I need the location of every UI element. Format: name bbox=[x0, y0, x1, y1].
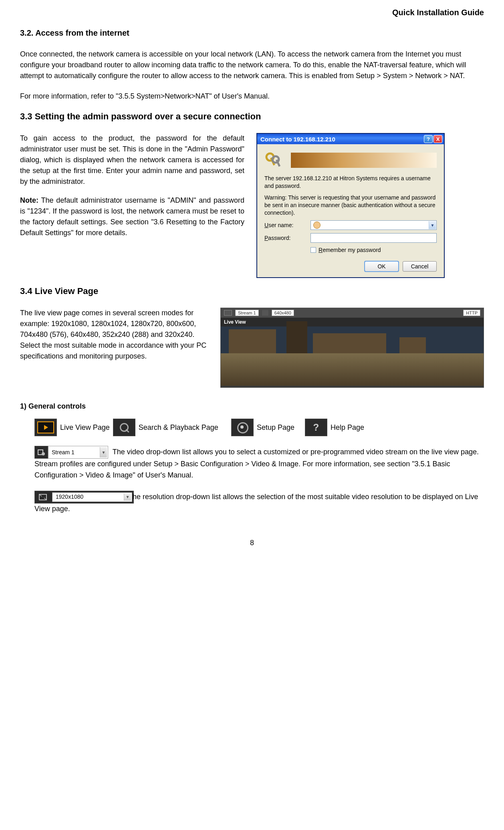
heading-3-4: 3.4 Live View Page bbox=[20, 286, 484, 296]
user-icon bbox=[313, 222, 321, 229]
dialog-server-text: The server 192.168.12.210 at Hitron Syst… bbox=[264, 175, 437, 190]
liveview-page-label: Live View Page bbox=[60, 423, 110, 432]
resolution-dropdown[interactable]: 1920x1080 ▼ bbox=[52, 492, 132, 502]
connect-dialog: Connect to 192.168.12.210 ? X The serve bbox=[256, 133, 445, 278]
chevron-down-icon[interactable]: ▼ bbox=[429, 221, 436, 229]
setup-page-icon[interactable] bbox=[231, 419, 254, 436]
para-3-3-note: Note: The default administrator username… bbox=[20, 195, 244, 238]
note-label: Note: bbox=[20, 196, 38, 204]
username-input[interactable]: ▼ bbox=[310, 220, 437, 230]
dialog-titlebar: Connect to 192.168.12.210 ? X bbox=[257, 134, 444, 144]
password-label: Password: bbox=[264, 235, 310, 241]
help-page-icon[interactable]: ? bbox=[305, 419, 327, 436]
liveview-play-icon bbox=[224, 310, 232, 316]
search-playback-icon[interactable] bbox=[113, 419, 135, 436]
keys-icon bbox=[264, 151, 284, 169]
dialog-close-button[interactable]: X bbox=[433, 135, 442, 143]
chevron-down-icon: ▼ bbox=[124, 494, 131, 501]
dialog-help-button[interactable]: ? bbox=[424, 135, 433, 143]
para-3-2-a: Once connected, the network camera is ac… bbox=[20, 49, 484, 81]
chevron-down-icon: ▼ bbox=[100, 447, 107, 457]
liveview-proto-dd[interactable]: HTTP bbox=[463, 310, 480, 316]
setup-page-label: Setup Page bbox=[257, 423, 294, 432]
stream-dropdown-value: Stream 1 bbox=[52, 448, 75, 457]
liveview-label: Live View bbox=[221, 318, 484, 326]
page-header-title: Quick Installation Guide bbox=[20, 8, 484, 17]
username-label: User name: bbox=[264, 222, 310, 228]
dialog-title: Connect to 192.168.12.210 bbox=[260, 136, 335, 143]
search-playback-label: Search & Playback Page bbox=[139, 423, 218, 432]
svg-point-5 bbox=[42, 452, 45, 455]
password-input[interactable] bbox=[310, 233, 437, 243]
section-3-3-text: To gain access to the product, the passw… bbox=[20, 133, 244, 278]
dialog-banner-gradient bbox=[291, 153, 437, 168]
liveview-page-icon[interactable] bbox=[34, 419, 57, 436]
resolution-dropdown-para: 1920x1080 ▼ he resolution drop-down list… bbox=[20, 491, 484, 515]
dialog-warning-text: Warning: This server is requesting that … bbox=[264, 194, 437, 217]
stream-dropdown-para: Stream 1 ▼ The video drop-down list allo… bbox=[20, 446, 484, 481]
heading-general-controls: 1) General controls bbox=[20, 402, 484, 411]
general-controls-icons-row: Live View Page Search & Playback Page Se… bbox=[20, 419, 484, 436]
resolution-dropdown-value: 1920x1080 bbox=[56, 493, 83, 502]
heading-3-2: 3.2. Access from the internet bbox=[20, 28, 484, 38]
liveview-video-frame bbox=[221, 326, 484, 386]
liveview-res-dd[interactable]: 640x480 bbox=[272, 310, 294, 316]
liveview-res-icon bbox=[262, 310, 268, 316]
heading-3-3: 3.3 Setting the admin password over a se… bbox=[20, 111, 484, 122]
remember-label: Remember my password bbox=[319, 247, 381, 253]
ok-button[interactable]: OK bbox=[365, 261, 399, 272]
page-number: 8 bbox=[20, 539, 484, 547]
remember-checkbox[interactable] bbox=[310, 247, 316, 253]
para-3-4: The live view page comes in several scre… bbox=[20, 308, 212, 388]
liveview-stream-dd[interactable]: Stream 1 bbox=[235, 310, 259, 316]
help-page-label: Help Page bbox=[331, 423, 364, 432]
liveview-toolbar: Stream 1 640x480 HTTP bbox=[221, 308, 484, 318]
resolution-dropdown-icon bbox=[35, 491, 51, 503]
note-text: The default administrator username is "A… bbox=[20, 196, 244, 237]
liveview-screenshot: Stream 1 640x480 HTTP Live View bbox=[220, 308, 484, 388]
cancel-button[interactable]: Cancel bbox=[403, 261, 437, 272]
para-3-3-a: To gain access to the product, the passw… bbox=[20, 133, 244, 187]
stream-dropdown-icon bbox=[34, 446, 48, 459]
stream-dropdown[interactable]: Stream 1 ▼ bbox=[48, 446, 108, 459]
para-3-2-b: For more information, refer to "3.5.5 Sy… bbox=[20, 91, 484, 102]
